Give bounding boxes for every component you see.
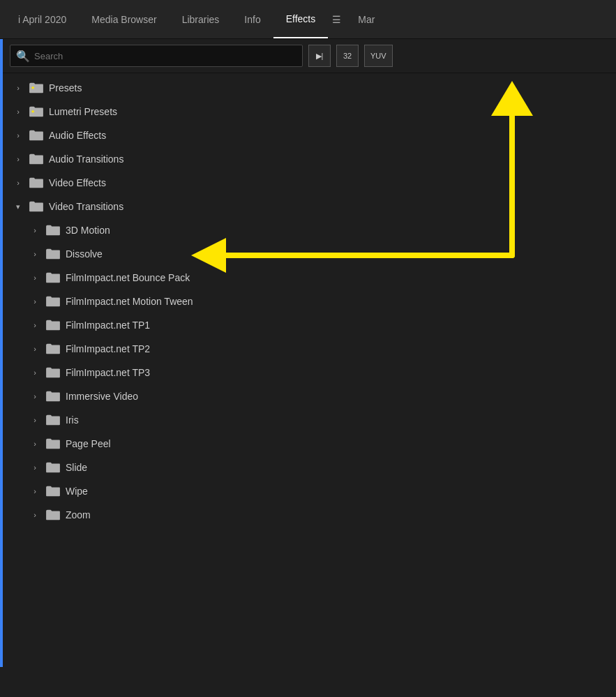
presets-btn[interactable]: ▶| [308,45,331,67]
tree-row-video-effects[interactable]: ›Video Effects [3,171,616,195]
chevron-page-peel: › [27,440,43,448]
tree-row-audio-transitions[interactable]: ›Audio Transitions [3,147,616,171]
svg-text:★: ★ [31,108,35,114]
tab-info[interactable]: Info [232,0,273,38]
chevron-filmimpact-bounce: › [27,273,43,282]
folder-icon-video-effects [27,177,46,189]
search-icon: 🔍 [16,50,30,63]
tree-label-filmimpact-tp2: FilmImpact.net TP2 [66,343,150,354]
tree-row-lumetri-presets[interactable]: ›★Lumetri Presets [3,100,616,123]
folder-icon-audio-transitions [27,153,46,165]
yuv-label: YUV [370,52,386,60]
effects-toolbar: 🔍 ▶| 32 YUV [3,39,616,73]
chevron-wipe: › [27,487,43,495]
tree-row-filmimpact-tp2[interactable]: ›FilmImpact.net TP2 [3,337,616,361]
tree-label-audio-transitions: Audio Transitions [49,153,123,165]
folder-icon-slide [43,461,63,474]
folder-icon-lumetri-presets: ★ [27,105,46,118]
folder-icon-iris [43,414,63,426]
tree-row-filmimpact-tp1[interactable]: ›FilmImpact.net TP1 [3,313,616,337]
chevron-filmimpact-motion: › [27,297,43,306]
tree-label-immersive-video: Immersive Video [66,391,138,402]
svg-text:★: ★ [31,84,35,91]
chevron-audio-effects: › [10,131,27,140]
tab-effects[interactable]: Effects [273,0,329,38]
folder-icon-dissolve [43,248,63,260]
search-box[interactable]: 🔍 [10,45,303,67]
tree-row-zoom[interactable]: ›Zoom [3,503,616,527]
tab-label-april2020: i April 2020 [18,14,66,25]
tab-label-media-browser: Media Browser [91,14,156,25]
tree-row-audio-effects[interactable]: ›Audio Effects [3,123,616,147]
tree-label-slide: Slide [66,462,87,473]
chevron-3d-motion: › [27,226,43,234]
tree-row-filmimpact-tp3[interactable]: ›FilmImpact.net TP3 [3,361,616,384]
tree-label-iris: Iris [66,414,79,426]
32-btn[interactable]: 32 [336,45,359,67]
folder-icon-presets: ★ [27,82,46,94]
tree-row-3d-motion[interactable]: ›3D Motion [3,218,616,242]
chevron-video-transitions: ▾ [10,202,27,211]
tree-label-filmimpact-motion: FilmImpact.net Motion Tween [66,296,193,307]
tree-label-zoom: Zoom [66,509,91,520]
folder-icon-zoom [43,509,63,521]
tab-label-mar: Mar [358,14,375,25]
tree-row-slide[interactable]: ›Slide [3,456,616,479]
tab-media-browser[interactable]: Media Browser [79,0,169,38]
tree-row-immersive-video[interactable]: ›Immersive Video [3,384,616,408]
tab-label-libraries: Libraries [182,14,220,25]
folder-icon-filmimpact-tp1 [43,319,63,331]
tree-label-wipe: Wipe [66,486,88,497]
tree-label-lumetri-presets: Lumetri Presets [49,106,117,117]
tree-label-dissolve: Dissolve [66,248,103,260]
tree-row-presets[interactable]: ›★Presets [3,76,616,100]
tree-label-presets: Presets [49,82,82,93]
chevron-zoom: › [27,511,43,519]
tree-row-wipe[interactable]: ›Wipe [3,479,616,503]
folder-icon-wipe [43,485,63,497]
32-label: 32 [343,52,352,60]
tab-menu-button[interactable]: ☰ [328,14,345,25]
tree-row-filmimpact-bounce[interactable]: ›FilmImpact.net Bounce Pack [3,266,616,290]
tree-label-page-peel: Page Peel [66,438,111,449]
tree-row-filmimpact-motion[interactable]: ›FilmImpact.net Motion Tween [3,290,616,313]
folder-icon-filmimpact-motion [43,295,63,308]
chevron-presets: › [10,84,27,92]
folder-icon-page-peel [43,437,63,450]
chevron-slide: › [27,463,43,472]
folder-icon-audio-effects [27,129,46,142]
tree-label-video-transitions: Video Transitions [49,201,123,212]
yuv-btn[interactable]: YUV [364,45,393,67]
tab-libraries[interactable]: Libraries [170,0,232,38]
tree-label-audio-effects: Audio Effects [49,130,106,141]
chevron-dissolve: › [27,250,43,258]
tab-april2020[interactable]: i April 2020 [6,0,79,38]
effects-tree: ›★Presets›★Lumetri Presets›Audio Effects… [3,73,616,530]
folder-icon-filmimpact-tp2 [43,343,63,355]
tree-label-filmimpact-bounce: FilmImpact.net Bounce Pack [66,272,190,283]
chevron-iris: › [27,416,43,424]
tree-label-filmimpact-tp3: FilmImpact.net TP3 [66,367,150,378]
tree-label-3d-motion: 3D Motion [66,225,110,236]
tab-label-info: Info [244,14,260,25]
chevron-immersive-video: › [27,392,43,400]
tree-row-iris[interactable]: ›Iris [3,408,616,432]
presets-icon: ▶| [316,52,324,61]
effects-panel: 🔍 ▶| 32 YUV ›★Presets›★Lumetri Presets›A… [0,39,616,667]
chevron-filmimpact-tp3: › [27,368,43,377]
tree-label-video-effects: Video Effects [49,177,106,188]
tab-mar[interactable]: Mar [345,0,387,38]
folder-icon-filmimpact-bounce [43,271,63,284]
chevron-video-effects: › [10,179,27,187]
chevron-audio-transitions: › [10,155,27,163]
search-input[interactable] [34,51,296,61]
folder-icon-video-transitions [27,200,46,213]
tree-row-dissolve[interactable]: ›Dissolve [3,242,616,266]
tab-label-effects: Effects [286,13,316,24]
folder-icon-filmimpact-tp3 [43,366,63,379]
tree-row-page-peel[interactable]: ›Page Peel [3,432,616,456]
chevron-filmimpact-tp1: › [27,321,43,329]
folder-icon-immersive-video [43,390,63,403]
tree-row-video-transitions[interactable]: ▾Video Transitions [3,195,616,218]
folder-icon-3d-motion [43,224,63,237]
